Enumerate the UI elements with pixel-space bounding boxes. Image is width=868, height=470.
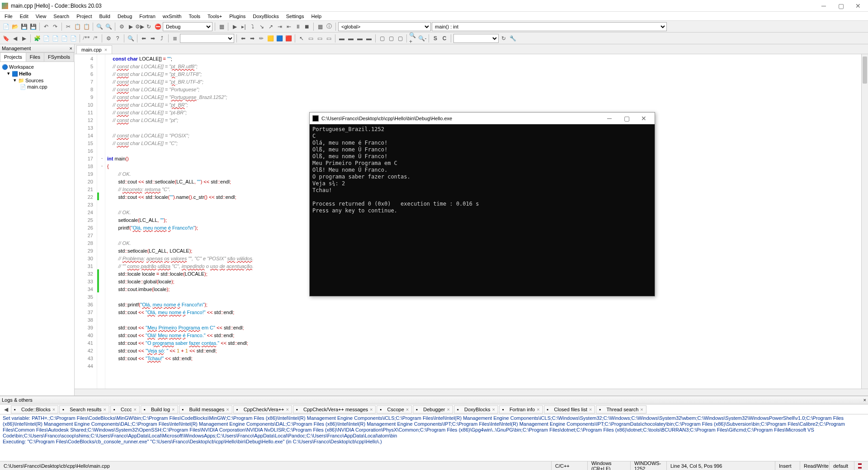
console-window[interactable]: C:\Users\Franco\Desktop\cb\cpp\Hello\bin… <box>309 112 655 296</box>
find-icon[interactable]: 🔍 <box>95 23 104 31</box>
menu-view[interactable]: View <box>32 13 50 20</box>
menu-file[interactable]: File <box>1 13 16 20</box>
menu-plugins[interactable]: Plugins <box>226 13 249 20</box>
outline3-icon[interactable]: ▢ <box>396 34 404 42</box>
highlight-icon[interactable]: 🔍 <box>127 34 135 42</box>
marker3-icon[interactable]: 🟦 <box>275 34 283 42</box>
tree-project[interactable]: ▾ 🟦 Hello <box>2 70 72 77</box>
info-icon[interactable]: ⓘ <box>325 23 333 31</box>
class-icon[interactable]: C <box>440 34 448 42</box>
save-all-icon[interactable]: 💾 <box>29 23 37 31</box>
abort-icon[interactable]: ⛔ <box>154 23 162 31</box>
scope-select[interactable]: <global> <box>338 22 431 31</box>
new-file-icon[interactable]: 📄 <box>2 23 10 31</box>
management-close-icon[interactable]: × <box>70 46 72 51</box>
log-tab-search-results[interactable]: ▪Search results× <box>59 405 109 414</box>
select-icon[interactable]: ↖ <box>297 34 306 42</box>
menu-project[interactable]: Project <box>73 13 95 20</box>
menu-settings[interactable]: Settings <box>283 13 308 20</box>
log-tab-close-icon[interactable]: × <box>447 407 450 412</box>
scrollbar-thumb[interactable] <box>863 56 867 84</box>
search-combo[interactable] <box>180 34 234 43</box>
log-tab-close-icon[interactable]: × <box>226 407 229 412</box>
log-tab-close-icon[interactable]: × <box>406 407 409 412</box>
block4-icon[interactable]: ▬ <box>365 34 373 42</box>
menu-build[interactable]: Build <box>95 13 113 20</box>
log-tab-build-log[interactable]: ▪Build log× <box>141 405 178 414</box>
minimize-button[interactable]: ─ <box>816 1 832 10</box>
menu-doxyblocks[interactable]: DoxyBlocks <box>249 13 282 20</box>
tool-icon[interactable]: 🔧 <box>509 34 517 42</box>
log-tab-close-icon[interactable]: × <box>492 407 495 412</box>
log-tab-close-icon[interactable]: × <box>104 407 106 412</box>
collapse-icon[interactable]: ▾ <box>14 77 16 83</box>
comment-block-icon[interactable]: /** <box>82 34 90 42</box>
step-into-icon[interactable]: ↘ <box>258 23 266 31</box>
mgmt-tab-fsymbols[interactable]: FSymbols <box>44 52 74 61</box>
log-tab-close-icon[interactable]: × <box>640 407 643 412</box>
menu-wxsmith[interactable]: wxSmith <box>159 13 185 20</box>
prev-bookmark-icon[interactable]: ◀ <box>11 34 19 42</box>
undo-icon[interactable]: ↶ <box>42 23 50 31</box>
menu-help[interactable]: Help <box>307 13 325 20</box>
redo-icon[interactable]: ↷ <box>51 23 59 31</box>
project-wizard-icon[interactable]: 🧩 <box>33 34 41 42</box>
symbol-select[interactable]: main() : int <box>432 22 667 31</box>
paste-icon[interactable]: 📋 <box>82 23 90 31</box>
doxy-line-icon[interactable]: 📄 <box>69 34 77 42</box>
log-tab-cppcheck-vera-messages[interactable]: ▪CppCheck/Vera++ messages× <box>293 405 376 414</box>
marker2-icon[interactable]: 🟨 <box>266 34 274 42</box>
doxy-extract-icon[interactable]: 📄 <box>51 34 59 42</box>
maximize-button[interactable]: ▢ <box>833 1 849 10</box>
region2-icon[interactable]: ▭ <box>325 34 333 42</box>
close-button[interactable]: ✕ <box>850 1 866 10</box>
comment-line-icon[interactable]: /* <box>91 34 99 42</box>
block3-icon[interactable]: ▬ <box>356 34 364 42</box>
logs-close-icon[interactable]: × <box>863 397 866 403</box>
save-icon[interactable]: 💾 <box>20 23 28 31</box>
help-icon[interactable]: ? <box>113 34 122 42</box>
build-run-icon[interactable]: ⚙▶ <box>136 23 144 31</box>
zoom-in-icon[interactable]: 🔍+ <box>409 34 417 42</box>
show-targets-icon[interactable]: ▦ <box>217 23 226 31</box>
next-bookmark-icon[interactable]: ▶ <box>20 34 28 42</box>
source-icon[interactable]: S <box>431 34 439 42</box>
doxy-run-icon[interactable]: 📄 <box>42 34 50 42</box>
run-to-cursor-icon[interactable]: ▸| <box>240 23 248 31</box>
log-tab-cscope[interactable]: ▪Cscope× <box>377 405 412 414</box>
block1-icon[interactable]: ▬ <box>338 34 346 42</box>
mgmt-tab-projects[interactable]: Projects <box>0 52 26 61</box>
log-tab-close-icon[interactable]: × <box>370 407 373 412</box>
diff-icon[interactable]: ≣ <box>171 34 179 42</box>
next-line-icon[interactable]: ⤵ <box>249 23 257 31</box>
mgmt-tab-files[interactable]: Files <box>26 52 44 61</box>
log-tab-debugger[interactable]: ▪Debugger× <box>413 405 453 414</box>
menu-edit[interactable]: Edit <box>16 13 32 20</box>
console-minimize-button[interactable]: ─ <box>601 114 618 123</box>
outline2-icon[interactable]: ▢ <box>387 34 395 42</box>
block2-icon[interactable]: ▬ <box>347 34 355 42</box>
tree-folder[interactable]: ▾ 📁 Sources <box>2 77 72 84</box>
nav-fwd-icon[interactable]: ➡ <box>248 34 256 42</box>
menu-tools[interactable]: Tools <box>185 13 204 20</box>
log-tab-cccc[interactable]: ▪Cccc× <box>110 405 140 414</box>
log-tab-close-icon[interactable]: × <box>286 407 289 412</box>
step-instr-icon[interactable]: ⇤ <box>285 23 293 31</box>
rebuild-icon[interactable]: ↻ <box>145 23 153 31</box>
menu-search[interactable]: Search <box>50 13 73 20</box>
next-instr-icon[interactable]: ⇥ <box>276 23 284 31</box>
close-tab-icon[interactable]: × <box>104 47 107 52</box>
log-tab-thread-search[interactable]: ▪Thread search× <box>596 405 646 414</box>
logs-content[interactable]: Set variable: PATH=.;C:\Program Files\Co… <box>0 414 868 461</box>
vertical-scrollbar[interactable] <box>861 54 868 389</box>
tree-file[interactable]: 📄 main.cpp <box>2 84 72 90</box>
nav-back-icon[interactable]: ⬅ <box>239 34 247 42</box>
refresh-icon[interactable]: ↻ <box>500 34 508 42</box>
menu-tools[interactable]: Tools+ <box>204 13 226 20</box>
build-target-select[interactable]: Debug <box>163 22 212 31</box>
console-maximize-button[interactable]: ▢ <box>618 114 635 123</box>
stop-debug-icon[interactable]: ⏹ <box>303 23 311 31</box>
toggle-bookmark-icon[interactable]: 🔖 <box>2 34 10 42</box>
console-close-button[interactable]: ✕ <box>636 114 652 123</box>
replace-icon[interactable]: 🔍 <box>104 23 113 31</box>
